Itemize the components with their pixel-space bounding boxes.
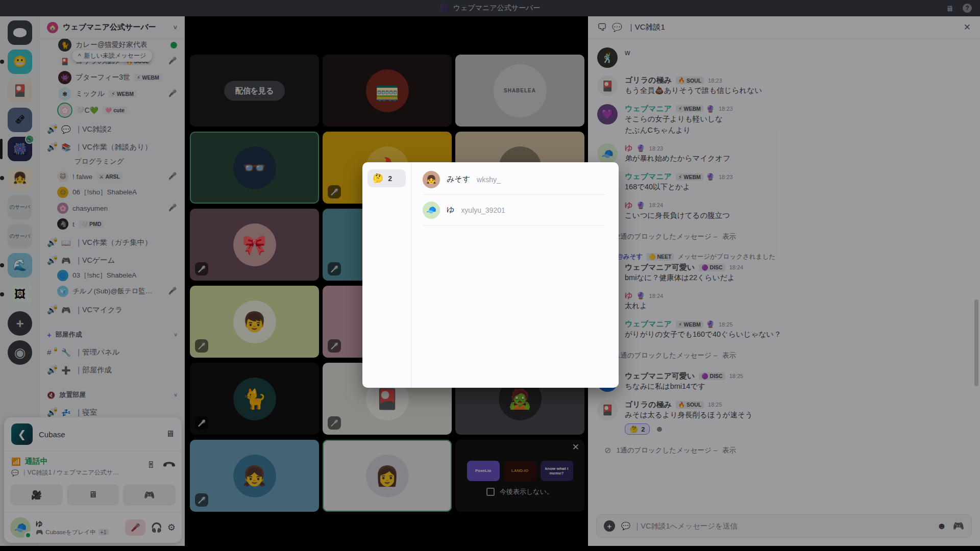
sidebar-row[interactable]: + 🔇 🔊🔒 #🔒 🦓 t 🤍PMD 🎤 ˅ (44, 216, 180, 232)
avatar[interactable]: 🎴 (597, 400, 618, 420)
author-name[interactable]: ウェブマニア可愛い (625, 263, 695, 272)
game-thumbnail[interactable]: know what i meme? (541, 461, 573, 481)
online-status-dot (24, 532, 32, 539)
avatar[interactable]: 🧢 (597, 143, 618, 164)
participant-tile[interactable]: 👩 🎤 (323, 440, 452, 512)
reactor-row[interactable]: 🧢 ゆ xyulyu_39201 (423, 195, 605, 226)
reactor-row[interactable]: 👧 みそす wkshy_ (423, 164, 605, 195)
sidebar-row[interactable]: + 🔇 🔊🔒 #🔒 📖 ｜VC作業（ガチ集中） 🎤 ˅ (44, 236, 180, 249)
server-rail-item[interactable]: 🗞 🔊 (8, 108, 32, 132)
participant-tile[interactable]: 👦 🎤 (190, 286, 319, 358)
server-header[interactable]: 🏠 ウェブマニア公式サーバー ˅ (40, 16, 184, 39)
avatar[interactable]: 💜 (597, 104, 618, 124)
disconnect-icon[interactable]: 📞 (161, 458, 177, 473)
sidebar-row[interactable]: + 🔇 🔊🔒 #🔒 🌀 03［!shc］ShabeleA 🎤 ˅ (44, 268, 180, 283)
author-name[interactable]: ゴリラの極み (625, 400, 672, 410)
server-rail-item[interactable]: 🎴 🔊 (8, 79, 32, 103)
sidebar-row[interactable]: + 🔇 🔊🔒 #🔒 🎮 ｜VCゲーム 🎤 ˅ (44, 254, 180, 267)
chat-message: ⊘ ↰ 🧢 (597, 291, 971, 312)
reply-mention[interactable]: @みそす (617, 253, 643, 261)
server-rail-item[interactable]: + 🔊 (8, 311, 32, 336)
role-badge: 🔥SOUL (676, 401, 704, 409)
author-name[interactable]: ゆ (625, 201, 632, 210)
message-input[interactable]: + 💬 ｜VC雑談1へメッセージを送信 ☻ 🎮 (596, 514, 972, 538)
message-list: ⊘ ↰ 🕺 (588, 39, 980, 509)
activity-button[interactable]: 🎮 (123, 484, 176, 506)
sidebar-row[interactable]: + 🔇 🔊🔒 #🔒 📚 ｜VC作業（雑談あり） 🎤 ˅ プログラミング (44, 140, 180, 168)
attach-plus-icon[interactable]: + (604, 520, 615, 532)
close-icon[interactable]: ✕ (572, 442, 579, 453)
thinking-emoji: 🤔 (373, 173, 383, 184)
scrollbar-thumb[interactable] (974, 299, 978, 386)
avatar[interactable]: 🕺 (597, 47, 618, 68)
promo-card: ✕ PoxeLio LAND-IO know what i meme? 今後表示… (455, 440, 584, 512)
dont-show-again-checkbox[interactable] (486, 488, 495, 496)
sidebar-row[interactable]: + 🔇 🔊🔒 #🔒 🌸 chasyumen 🎤 ˅ (44, 201, 180, 216)
chat-icon[interactable]: 🗨 (597, 22, 607, 33)
participant-tile[interactable]: 🐈 🎤 (190, 363, 319, 435)
sidebar-row[interactable]: + 🔇 🔊🔒 #🔒 ➕ ｜部屋作成 🎤 ˅ (44, 363, 180, 377)
call-channel-path[interactable]: ｜VC雑談1 / ウェブマニア公式サ… (21, 468, 119, 477)
sidebar-row[interactable]: + 🔇 🔊🔒 #🔒 🎮 ｜VCマイクラ 🎤 ˅ (44, 303, 180, 317)
mic-muted-badge: 🎤 (195, 339, 208, 353)
server-rail-item[interactable]: 🔊 (8, 20, 32, 45)
server-rail-item[interactable]: 👧 🔊 (8, 166, 32, 190)
author-name[interactable]: ウェブマニア (625, 104, 672, 114)
add-reaction-icon[interactable]: ☻ (653, 423, 666, 435)
noise-suppression-icon[interactable]: 🎚 (147, 460, 156, 470)
blocked-text: 1通のブロックしたメッセージ – (616, 351, 717, 360)
participant-tile[interactable]: SHABELEA 🎤 (455, 55, 584, 127)
participant-tile[interactable]: 配信を見る 🎤 (190, 55, 319, 127)
avatar[interactable]: 🎴 (597, 76, 618, 96)
settings-button[interactable]: ⚙ (167, 522, 176, 533)
deafen-button[interactable]: 🎧 (151, 522, 162, 533)
reaction-pill[interactable]: 🤔2 (625, 423, 650, 435)
sidebar-row[interactable]: + 🔇 🔊🔒 #🔒 💬 ｜VC雑談2 🎤 ˅ (44, 122, 180, 136)
author-name[interactable]: ウェブマニア (625, 319, 672, 329)
channel-label: 放置部屋 (59, 390, 86, 399)
author-name[interactable]: ウェブマニア可愛い (625, 371, 695, 381)
game-thumbnail[interactable]: LAND-IO (504, 461, 536, 481)
author-name[interactable]: ゴリラの極み (625, 76, 672, 85)
voice-user[interactable]: ❄ ミックル ⚡WEBM 🎤 (44, 86, 180, 102)
server-rail-item[interactable]: のサーバ 🔊 (8, 195, 32, 219)
sidebar-row[interactable]: + 🔇 🔊🔒 #🔒 放置部屋 🎤 ˅ (44, 388, 180, 402)
participant-tile[interactable]: 🎀 🎤 (190, 209, 319, 281)
show-blocked-link[interactable]: 表示 (722, 446, 736, 455)
mute-button[interactable]: 🎤 (125, 519, 145, 536)
emoji-picker-icon[interactable]: ☻ (937, 521, 947, 532)
sidebar-row[interactable]: + 🔇 🔊🔒 #🔒 😑 06［!sho］ShabeleA 🎤 ˅ (44, 185, 180, 200)
server-rail-item[interactable]: ◉ 🔊 (8, 340, 32, 365)
server-rail-item[interactable]: のサーバ 🔊 (8, 224, 32, 248)
user-avatar[interactable]: 🧢 (10, 517, 31, 538)
camera-button[interactable]: 🎥 (10, 484, 63, 506)
author-name[interactable]: ウェブマニア (625, 172, 672, 182)
author-name[interactable]: ゆ (625, 291, 632, 300)
participant-tile[interactable]: 👧 🎤 (190, 440, 319, 512)
watch-stream-button[interactable]: 配信を見る (224, 81, 285, 101)
sidebar-row[interactable]: + 🔇 🔊🔒 #🔒 部屋作成 🎤 ˅ (44, 328, 180, 341)
server-rail-item[interactable]: 🖼 🔊 (8, 282, 32, 307)
author-name[interactable]: ゆ (625, 143, 632, 153)
game-icon[interactable]: 🎮 (953, 520, 964, 532)
participant-tile[interactable]: 👓 🎤 (190, 132, 319, 204)
pip-icon[interactable]: 🖥 (946, 4, 953, 13)
close-chat-icon[interactable]: ✕ (964, 22, 971, 33)
sidebar-row[interactable]: + 🔇 🔊🔒 #🔒 🧊 チルノ(Sub)@飯テロ監… 🎤 ˅ (44, 284, 180, 299)
help-icon[interactable]: ? (963, 4, 972, 13)
show-blocked-link[interactable]: 表示 (722, 351, 736, 360)
screenshare-button[interactable]: 🖥 (67, 484, 119, 506)
reaction-tab[interactable]: 🤔 2 (368, 169, 406, 187)
server-rail-item[interactable]: 😬 🔊 (8, 49, 32, 74)
server-rail-item[interactable]: 🌊 🔊 (8, 253, 32, 278)
voice-user[interactable]: 💮 🤍C💚 🩷cute 🎤 (44, 102, 180, 118)
server-rail-item[interactable]: 🎆 🔊 (8, 137, 32, 161)
voice-user[interactable]: 👾 ブターフィー3世 ⚡WEBM 🎤 (44, 69, 180, 86)
game-thumbnail[interactable]: PoxeLio (467, 461, 500, 481)
show-blocked-link[interactable]: 表示 (722, 232, 736, 241)
sidebar-row[interactable]: + 🔇 🔊🔒 #🔒 🔧 ｜管理パネル 🎤 ˅ (44, 345, 180, 359)
unread-banner[interactable]: ^ 新しい未読メッセージ (72, 50, 152, 62)
stream-app-icon[interactable]: 🖥 (166, 429, 175, 439)
participant-tile[interactable]: 🚃 🎤 (323, 55, 452, 127)
sidebar-row[interactable]: + 🔇 🔊🔒 #🔒 🐱 ! falwe ⚔ARSL 🎤 ˅ (44, 169, 180, 184)
